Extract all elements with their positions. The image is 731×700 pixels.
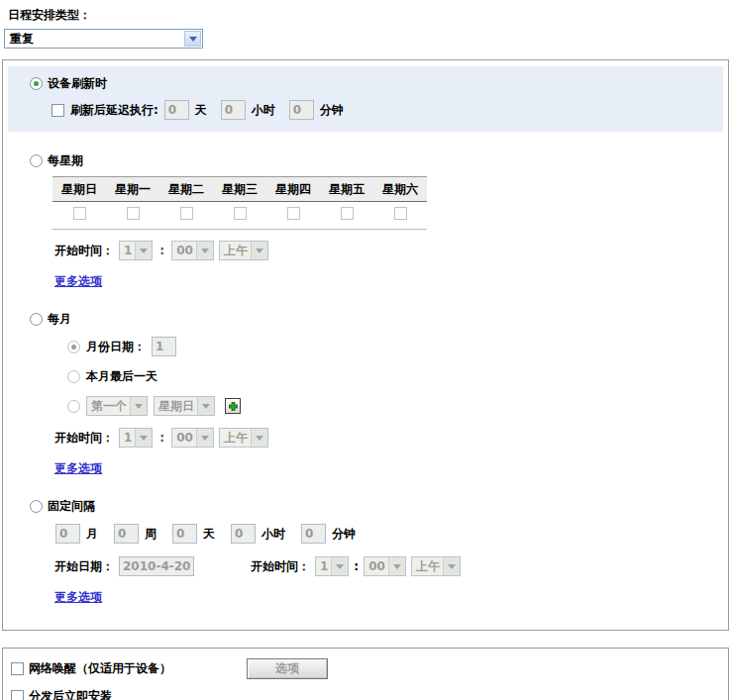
chevron-down-icon <box>251 242 267 259</box>
refresh-delay-checkbox[interactable] <box>52 104 64 117</box>
weekday-checkbox <box>341 207 354 220</box>
wol-options-button: 选项 <box>247 658 328 679</box>
weekday-checkbox <box>394 207 407 220</box>
weekday-checkbox <box>234 207 247 220</box>
chevron-down-icon <box>443 557 460 575</box>
ordinal-select: 第一个 <box>86 396 148 416</box>
refresh-delay-row: 刷新后延迟执行: 天 小时 分钟 <box>52 100 723 120</box>
weekly-radio[interactable] <box>30 154 43 167</box>
chevron-down-icon <box>130 397 147 415</box>
device-refresh-section: 设备刷新时 刷新后延迟执行: 天 小时 分钟 <box>8 66 723 132</box>
last-day-radio <box>67 370 80 383</box>
chevron-down-icon <box>251 429 267 447</box>
weekday-header-row: 星期日 星期一 星期二 星期三 星期四 星期五 星期六 <box>52 177 427 202</box>
interval-hours-input <box>231 524 256 544</box>
chevron-down-icon <box>196 429 213 447</box>
interval-hours-unit: 小时 <box>261 526 285 543</box>
chevron-down-icon <box>196 242 213 259</box>
add-row-button[interactable] <box>225 398 241 414</box>
weekday-select: 星期日 <box>154 396 215 416</box>
chevron-down-icon <box>331 557 348 575</box>
monthly-minute-select: 00 <box>171 428 214 448</box>
interval-minute-select: 00 <box>364 556 406 576</box>
monthly-label: 每月 <box>48 311 71 328</box>
last-day-row: 本月最后一天 <box>67 365 723 387</box>
delay-hours-input <box>221 100 246 120</box>
ordinal-weekday-row: 第一个 星期日 <box>67 395 723 417</box>
interval-months-unit: 月 <box>86 526 98 543</box>
day-of-month-radio <box>67 341 80 353</box>
delay-days-input <box>164 100 189 120</box>
schedule-options-panel: 设备刷新时 刷新后延迟执行: 天 小时 分钟 每星期 星期日 星期一 星期二 星… <box>2 59 729 631</box>
schedule-type-header: 日程安排类型： 重复 <box>0 0 731 49</box>
weekly-hour-select: 1 <box>119 241 153 260</box>
chevron-down-icon[interactable] <box>184 31 201 47</box>
interval-minutes-unit: 分钟 <box>332 526 356 543</box>
weekday-checkbox-row <box>52 202 427 230</box>
delay-minutes-input <box>289 100 314 120</box>
weekday-checkbox <box>287 207 300 220</box>
deploy-options-panel: 网络唤醒（仅适用于设备） 选项 分发后立即安装 安装后立即起动 <box>2 648 729 700</box>
wake-on-lan-checkbox[interactable] <box>11 662 24 675</box>
monthly-hour-select: 1 <box>119 428 153 448</box>
interval-fields-row: 月 周 天 小时 分钟 <box>55 524 723 544</box>
start-time-label: 开始时间： <box>54 430 114 447</box>
ordinal-weekday-radio <box>67 400 80 413</box>
weekday-header: 星期一 <box>106 177 159 202</box>
monthly-more-options-link[interactable]: 更多选项 <box>54 460 102 477</box>
weekday-header: 星期三 <box>213 177 266 202</box>
weekday-checkbox <box>73 207 86 220</box>
device-refresh-radio[interactable] <box>30 77 43 90</box>
weekday-checkbox <box>127 207 140 220</box>
plus-icon <box>229 402 238 411</box>
delay-days-unit: 天 <box>195 102 207 119</box>
weekday-table: 星期日 星期一 星期二 星期三 星期四 星期五 星期六 <box>52 176 427 230</box>
day-of-month-row: 月份日期： <box>67 336 723 357</box>
weekly-option-row: 每星期 <box>30 152 723 169</box>
chevron-down-icon <box>197 397 214 415</box>
weekday-header: 星期五 <box>320 177 373 202</box>
schedule-type-value: 重复 <box>5 31 34 48</box>
interval-more-options-link[interactable]: 更多选项 <box>54 589 102 606</box>
weekly-minute-select: 00 <box>171 241 214 260</box>
weekday-header: 星期日 <box>52 177 106 202</box>
weekly-label: 每星期 <box>48 152 83 169</box>
device-refresh-label: 设备刷新时 <box>48 75 107 92</box>
refresh-delay-label: 刷新后延迟执行: <box>70 102 158 119</box>
install-now-row: 分发后立即安装 <box>11 688 720 700</box>
wake-on-lan-row: 网络唤醒（仅适用于设备） 选项 <box>11 658 720 679</box>
install-now-label: 分发后立即安装 <box>29 688 112 700</box>
weekday-header: 星期六 <box>373 177 427 202</box>
interval-radio[interactable] <box>30 500 43 513</box>
time-separator: : <box>157 244 166 257</box>
weekday-header: 星期四 <box>266 177 320 202</box>
interval-weeks-input <box>114 524 139 544</box>
interval-days-unit: 天 <box>203 526 215 543</box>
interval-months-input <box>55 524 80 544</box>
interval-meridiem-select: 上午 <box>411 556 461 576</box>
monthly-option-row: 每月 <box>30 311 723 328</box>
weekly-meridiem-select: 上午 <box>219 241 268 260</box>
interval-option-row: 固定间隔 <box>30 498 723 515</box>
chevron-down-icon <box>135 429 152 447</box>
monthly-radio[interactable] <box>30 313 43 326</box>
interval-days-input <box>172 524 197 544</box>
last-day-label: 本月最后一天 <box>86 368 157 385</box>
chevron-down-icon <box>388 557 405 575</box>
monthly-start-time-row: 开始时间： 1 : 00 上午 <box>54 428 723 448</box>
time-separator: : <box>157 431 166 445</box>
weekly-more-options-link[interactable]: 更多选项 <box>54 273 102 290</box>
weekday-checkbox <box>180 207 193 220</box>
interval-label: 固定间隔 <box>48 498 95 515</box>
interval-weeks-unit: 周 <box>145 526 157 543</box>
day-of-month-input <box>152 337 176 356</box>
day-of-month-label: 月份日期： <box>86 339 146 355</box>
delay-hours-unit: 小时 <box>252 102 275 119</box>
interval-start-row: 开始日期： 开始时间： 1 : 00 上午 <box>54 556 723 576</box>
install-now-checkbox[interactable] <box>11 690 24 700</box>
schedule-type-select[interactable]: 重复 <box>4 29 203 49</box>
schedule-type-label: 日程安排类型： <box>8 7 731 24</box>
interval-hour-select: 1 <box>315 556 349 576</box>
start-time-label: 开始时间： <box>54 243 114 259</box>
start-date-input <box>119 556 194 576</box>
